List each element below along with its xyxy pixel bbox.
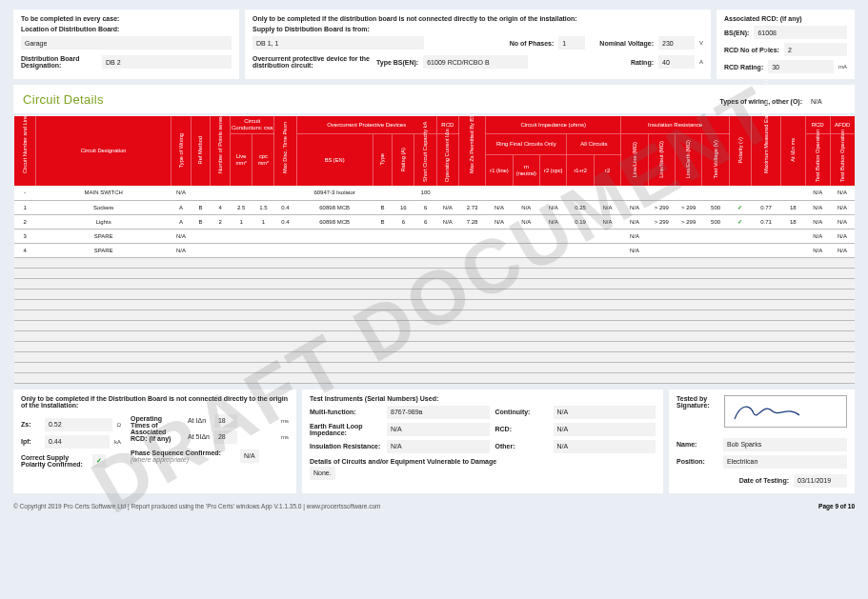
csp-tick: ✓ — [92, 454, 106, 468]
cell-atidn — [780, 229, 805, 243]
h-tbo: Test Button Operation — [815, 136, 821, 182]
report-page: To be completed in every case: Location … — [0, 0, 868, 499]
cell-n: - — [14, 186, 36, 200]
cell-mzp: 7.28 — [458, 214, 485, 229]
h-tv: Test Voltage (V) — [713, 140, 719, 178]
h-cc: Circuit Conductors: csa — [230, 116, 273, 134]
cell-atidn: 18 — [780, 200, 805, 214]
cell-np — [211, 243, 231, 257]
table-row: 2LightsAB2110.460898 MCBB66N/A7.28N/AN/A… — [14, 214, 856, 229]
cell-cpc: 1 — [252, 214, 274, 229]
cell-r2: N/A — [594, 200, 620, 214]
psc-label: Phase Sequence Confirmed:(where appropri… — [131, 449, 235, 463]
cell-ln — [648, 229, 675, 243]
h-rn: rn (neutral) — [513, 155, 539, 187]
cell-ln: > 299 — [648, 214, 675, 229]
cell-mdt — [274, 186, 296, 200]
nomv-label: Nominal Voltage: — [599, 40, 654, 47]
cell-r1l: N/A — [486, 214, 513, 229]
cell-cpc: 1.5 — [252, 200, 274, 214]
cell-pol — [729, 243, 751, 257]
h-atidn: At IΔn ms — [790, 138, 797, 162]
rating-unit: A — [699, 59, 703, 65]
cell-ln — [648, 243, 675, 257]
zs-label: Zs: — [21, 421, 40, 428]
cell-t: B — [373, 200, 393, 214]
name-value: Bob Sparks — [723, 438, 847, 451]
cell-tow: N/A — [172, 186, 192, 200]
signature-icon — [731, 398, 807, 425]
cell-d: SPARE — [36, 243, 172, 257]
cell-le — [676, 229, 702, 243]
ir-value: N/A — [387, 440, 490, 453]
h-oci: Operating Current IΔn — [444, 136, 451, 182]
cell-bs: 60947-3 Isolator — [296, 186, 373, 200]
cell-mzp — [458, 243, 485, 257]
cell-le — [676, 186, 702, 200]
cont-value: N/A — [554, 406, 656, 419]
cell-r2 — [594, 243, 620, 257]
cell-tow: A — [172, 214, 192, 229]
cell-tow: N/A — [172, 243, 192, 257]
cell-n: 4 — [14, 243, 36, 257]
table-row-empty — [14, 330, 856, 341]
h-rfco: Ring Final Circuits Only — [486, 134, 567, 155]
h-ratinga: Rating (A) — [400, 148, 407, 172]
cell-afdd: N/A — [830, 243, 855, 257]
cell-scc — [414, 229, 436, 243]
h-live: Live mm² — [230, 134, 252, 186]
cell-live: 2.5 — [230, 200, 252, 214]
cell-mem — [752, 229, 781, 243]
rcd-label: RCD: — [495, 426, 548, 432]
cell-scc: 100 — [414, 186, 436, 200]
table-row-empty — [14, 362, 856, 372]
date-value: 03/11/2019 — [794, 474, 847, 488]
cell-rm — [191, 243, 211, 257]
cell-le: > 299 — [676, 214, 702, 229]
table-row-empty — [14, 309, 856, 320]
cell-tv: 500 — [702, 214, 729, 229]
cell-rm — [191, 229, 211, 243]
rcdrating-unit: mA — [838, 64, 847, 70]
supply-from-value: DB 1, 1 — [252, 36, 424, 50]
page-title: Circuit Details — [23, 92, 104, 107]
h-tow: Type of Wiring — [178, 133, 185, 168]
h-mzp: Max Zs Permitted By BS 7671 — [469, 128, 475, 173]
cell-bs — [296, 229, 373, 243]
cell-rcd: N/A — [805, 243, 830, 257]
h-bsen: BS (EN) — [296, 134, 373, 186]
cell-tv — [702, 243, 729, 257]
location-value: Garage — [21, 36, 232, 50]
zs-value: 0.52 — [45, 418, 112, 431]
cell-rn — [513, 186, 539, 200]
cell-ll — [621, 186, 648, 200]
cell-oci — [436, 229, 458, 243]
cell-ll: N/A — [621, 200, 648, 214]
cell-afdd: N/A — [830, 214, 855, 229]
cell-mzp: 2.73 — [458, 200, 485, 214]
cell-np: 4 — [211, 200, 231, 214]
cell-live: 1 — [230, 214, 252, 229]
cell-oci — [436, 243, 458, 257]
cell-le — [676, 243, 702, 257]
cell-rn — [513, 229, 539, 243]
panel-location: To be completed in every case: Location … — [13, 10, 239, 79]
cell-oci: N/A — [436, 214, 458, 229]
cell-r1r2 — [567, 243, 594, 257]
mf-value: 8767-989a — [387, 406, 490, 419]
cell-r1l: N/A — [486, 200, 513, 214]
cell-rm: B — [191, 214, 211, 229]
bm-heading: Test Instruments (Serial Numbers) Used: — [310, 395, 656, 402]
table-head: Circuit Number and Line Circuit Designat… — [14, 116, 856, 187]
panel-supply: Only to be completed if the distribution… — [245, 10, 711, 79]
table-row-empty — [14, 289, 856, 299]
h-ac: All Circuits — [567, 134, 621, 155]
h-ir: Insulation Resistance — [621, 116, 730, 134]
h-ll: Line/Line (MΩ) — [632, 142, 638, 177]
cell-tv: 500 — [702, 200, 729, 214]
cell-r1r2: 0.19 — [567, 214, 594, 229]
table-row: 3SPAREN/AN/AN/AN/A — [14, 229, 856, 243]
h-cio: Circuit Impedance (ohms) — [486, 116, 621, 134]
cell-mdt — [274, 229, 296, 243]
ipf-label: Ipf: — [21, 438, 40, 445]
